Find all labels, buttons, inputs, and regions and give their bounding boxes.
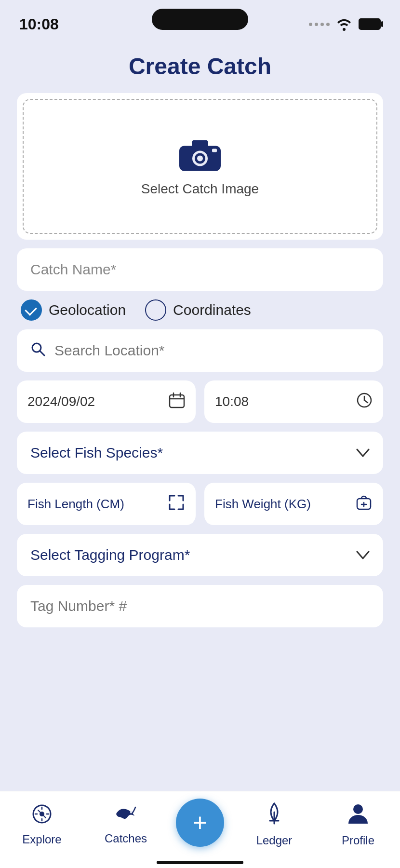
search-icon (30, 341, 46, 360)
status-time: 10:08 (19, 15, 59, 33)
dynamic-island (152, 9, 248, 30)
location-type-row: Geolocation Coordinates (17, 299, 383, 321)
status-icons (309, 17, 381, 31)
search-location-card[interactable] (17, 329, 383, 372)
search-location-input[interactable] (54, 342, 370, 359)
fish-length-card[interactable]: Fish Length (CM) (17, 483, 196, 525)
nav-profile[interactable]: Profile (324, 802, 392, 847)
tagging-program-label: Select Tagging Program* (30, 547, 190, 563)
svg-rect-8 (170, 395, 184, 407)
catch-name-input[interactable] (30, 261, 370, 278)
fish-weight-card[interactable]: Fish Weight (KG) (204, 483, 383, 525)
calendar-icon (169, 392, 185, 412)
svg-rect-4 (192, 140, 208, 148)
nav-fab-button[interactable]: + (176, 799, 224, 847)
wifi-icon (335, 17, 353, 31)
camera-icon (178, 136, 222, 173)
signal-dots (309, 23, 330, 26)
fish-length-label: Fish Length (CM) (27, 497, 124, 512)
image-upload-card[interactable]: Select Catch Image (17, 93, 383, 240)
svg-point-3 (197, 155, 203, 161)
battery-icon (359, 18, 381, 30)
scale-icon (355, 494, 373, 515)
coordinates-label: Coordinates (173, 302, 251, 318)
explore-icon (31, 803, 53, 829)
catch-name-card[interactable] (17, 248, 383, 291)
time-value: 10:08 (215, 394, 249, 409)
measurements-row: Fish Length (CM) Fish Weight (KG) (17, 483, 383, 525)
catches-icon (114, 804, 137, 828)
svg-line-7 (40, 351, 44, 355)
nav-catches-label: Catches (105, 832, 147, 845)
page-title: Create Catch (129, 53, 271, 80)
svg-point-23 (353, 804, 363, 814)
ledger-icon (265, 802, 283, 830)
profile-icon (347, 802, 369, 830)
home-indicator (157, 861, 243, 864)
nav-catches[interactable]: Catches (92, 804, 160, 845)
bottom-nav: Explore Catches + Ledger (0, 791, 400, 868)
svg-rect-5 (212, 149, 217, 152)
status-bar: 10:08 (0, 0, 400, 39)
fish-species-label: Select Fish Species* (30, 445, 163, 461)
nav-explore[interactable]: Explore (8, 803, 76, 846)
coordinates-radio-circle[interactable] (145, 299, 166, 321)
fab-plus-icon: + (193, 810, 207, 835)
fish-species-card[interactable]: Select Fish Species* (17, 432, 383, 474)
chevron-down-icon (356, 445, 370, 461)
time-card[interactable]: 10:08 (204, 380, 383, 423)
tagging-chevron-icon (356, 547, 370, 563)
image-upload-label: Select Catch Image (141, 181, 259, 197)
nav-profile-label: Profile (342, 834, 374, 847)
date-value: 2024/09/02 (27, 394, 95, 409)
expand-icon (168, 494, 185, 515)
date-card[interactable]: 2024/09/02 (17, 380, 196, 423)
geolocation-radio-circle[interactable] (21, 299, 42, 321)
geolocation-radio[interactable]: Geolocation (21, 299, 126, 321)
nav-ledger-label: Ledger (256, 834, 293, 847)
fish-weight-label: Fish Weight (KG) (215, 497, 311, 512)
form-scroll-area: Select Catch Image Geolocation Coordinat… (17, 93, 383, 868)
image-upload-area[interactable]: Select Catch Image (23, 99, 377, 234)
geolocation-label: Geolocation (49, 302, 126, 318)
tag-number-input[interactable] (30, 598, 370, 614)
nav-explore-label: Explore (22, 833, 61, 846)
datetime-row: 2024/09/02 10:08 (17, 380, 383, 423)
nav-ledger[interactable]: Ledger (240, 802, 308, 847)
coordinates-radio[interactable]: Coordinates (145, 299, 251, 321)
tag-number-card[interactable] (17, 585, 383, 627)
tagging-program-card[interactable]: Select Tagging Program* (17, 534, 383, 576)
clock-icon (356, 392, 373, 412)
svg-line-14 (364, 400, 368, 403)
